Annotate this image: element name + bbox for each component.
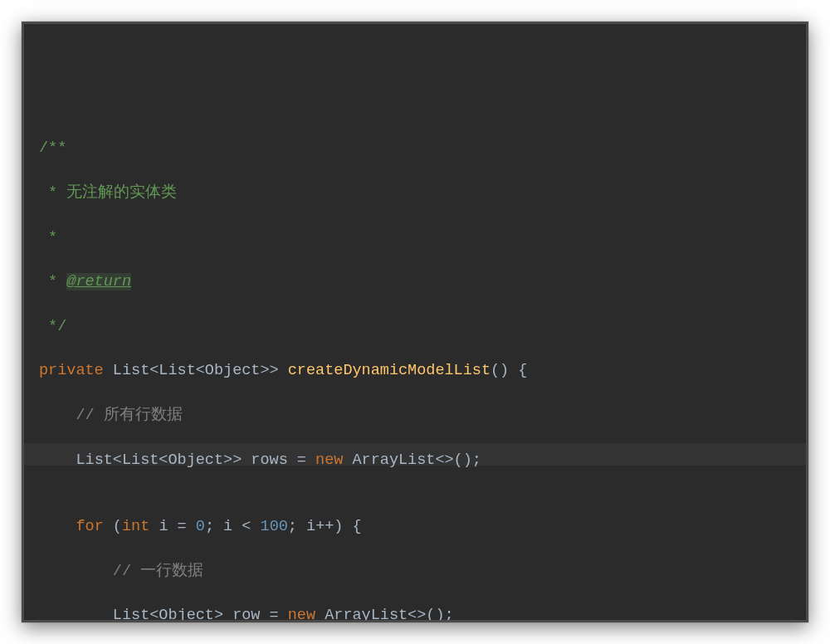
ident: i = xyxy=(159,518,195,535)
line-comment: // 一行数据 xyxy=(113,563,203,580)
code-content: /** * 无注解的实体类 * * @return */ private Lis… xyxy=(39,115,791,622)
code-line: // 一行数据 xyxy=(39,561,791,583)
javadoc-text: * xyxy=(39,273,66,290)
code-line: * xyxy=(39,227,791,250)
keyword: new xyxy=(315,451,352,469)
method-name: createDynamicModelList xyxy=(288,362,491,379)
javadoc-tag-return: @return xyxy=(66,273,131,290)
code-line: for (int i = 0; i < 100; i++) { xyxy=(39,516,791,539)
code-line: * 无注解的实体类 xyxy=(39,183,791,205)
code-line: /** xyxy=(39,138,791,160)
javadoc-text: * xyxy=(39,229,57,246)
code-editor-view[interactable]: /** * 无注解的实体类 * * @return */ private Lis… xyxy=(22,22,808,622)
decl: List<List<Object>> rows = xyxy=(76,451,315,469)
keyword: for xyxy=(76,518,112,535)
javadoc-text: 无注解的实体类 xyxy=(66,184,177,202)
code-line: private List<List<Object>> createDynamic… xyxy=(39,360,791,383)
line-comment: // 所有行数据 xyxy=(76,407,182,424)
code-line: // 所有行数据 xyxy=(39,405,791,427)
type: List<List<Object>> xyxy=(113,362,288,379)
decl: List<Object> row = xyxy=(113,607,288,622)
keyword: new xyxy=(288,607,325,622)
punct: () { xyxy=(491,362,527,379)
ident: ; i < xyxy=(205,518,261,535)
code-line: List<List<Object>> rows = new ArrayList<… xyxy=(39,450,791,472)
keyword: private xyxy=(39,362,113,379)
number: 100 xyxy=(261,518,288,535)
keyword: int xyxy=(122,518,159,535)
ident: ; i++) { xyxy=(288,518,362,535)
ctor: ArrayList<>(); xyxy=(353,451,481,469)
code-line: * @return xyxy=(39,271,791,294)
javadoc-text: * xyxy=(39,184,66,202)
punct: ( xyxy=(113,518,122,535)
ctor: ArrayList<>(); xyxy=(325,607,453,622)
code-line: List<Object> row = new ArrayList<>(); xyxy=(39,605,791,622)
javadoc-text: /** xyxy=(39,139,66,157)
javadoc-text: */ xyxy=(39,318,66,335)
code-line: */ xyxy=(39,316,791,339)
number: 0 xyxy=(196,518,205,535)
